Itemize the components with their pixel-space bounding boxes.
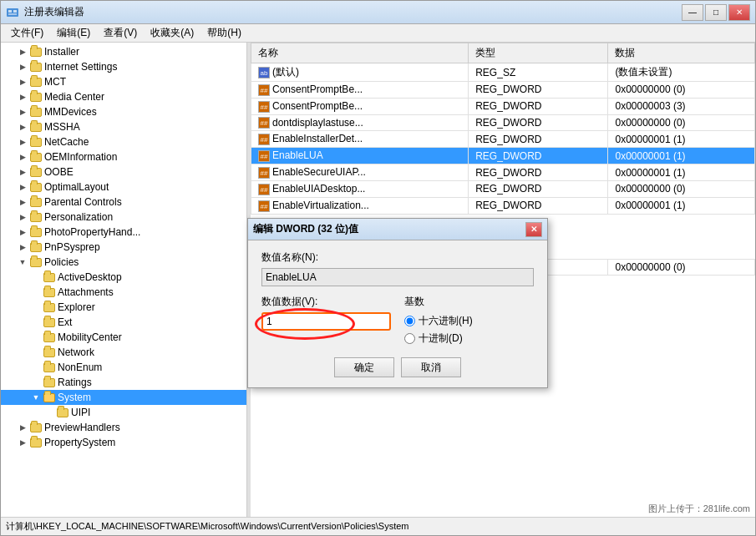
tree-item[interactable]: Attachments — [1, 285, 246, 300]
tree-arrow-icon[interactable]: ▶ — [16, 225, 29, 239]
tree-item[interactable]: ▶Media Center — [1, 89, 246, 104]
tree-arrow-icon[interactable] — [29, 331, 43, 344]
table-row[interactable]: ab(默认)REG_SZ(数值未设置) — [251, 63, 755, 82]
tree-arrow-icon[interactable]: ▶ — [16, 60, 29, 73]
tree-item-label: Parental Controls — [44, 196, 122, 208]
dialog-name-input[interactable] — [261, 268, 534, 286]
tree-item[interactable]: ▶NetCache — [1, 134, 246, 149]
tree-item[interactable]: ▶PreviewHandlers — [1, 420, 246, 435]
close-button[interactable]: ✕ — [728, 4, 750, 21]
tree-arrow-icon[interactable]: ▶ — [16, 165, 29, 179]
tree-arrow-icon[interactable]: ▶ — [16, 135, 29, 149]
tree-arrow-icon[interactable] — [29, 286, 43, 299]
cell-data: 0x00000001 (1) — [608, 197, 755, 214]
table-row[interactable]: ##EnableSecureUIAP...REG_DWORD0x00000001… — [251, 164, 755, 181]
tree-item[interactable]: Ratings — [1, 375, 246, 390]
table-row[interactable]: ##dontdisplaylastuse...REG_DWORD0x000000… — [251, 114, 755, 131]
dialog-cancel-button[interactable]: 取消 — [401, 357, 461, 377]
tree-item[interactable]: ▶OptimalLayout — [1, 180, 246, 195]
tree-panel[interactable]: ▶Installer▶Internet Settings▶MCT▶Media C… — [1, 43, 247, 517]
tree-item[interactable]: Network — [1, 345, 246, 360]
folder-icon — [43, 362, 56, 373]
tree-item[interactable]: ▶MCT — [1, 74, 246, 89]
cell-data: 0x00000000 (0) — [608, 114, 755, 131]
folder-icon — [43, 316, 56, 328]
title-buttons: — □ ✕ — [682, 4, 750, 21]
cell-type: REG_DWORD — [469, 131, 608, 148]
table-row[interactable]: ##EnableInstallerDet...REG_DWORD0x000000… — [251, 131, 755, 148]
folder-icon — [29, 61, 43, 73]
tree-arrow-icon[interactable]: ▼ — [16, 255, 29, 269]
tree-item-label: MCT — [44, 76, 66, 88]
tree-arrow-icon[interactable] — [29, 346, 43, 359]
tree-arrow-icon[interactable]: ▶ — [16, 150, 29, 164]
dialog-ok-button[interactable]: 确定 — [334, 357, 394, 377]
maximize-button[interactable]: □ — [705, 4, 727, 21]
table-row[interactable]: ##EnableLUAREG_DWORD0x00000001 (1) — [251, 148, 755, 164]
tree-arrow-icon[interactable] — [29, 271, 43, 284]
tree-arrow-icon[interactable] — [29, 316, 43, 329]
dialog-data-input[interactable] — [261, 312, 391, 331]
tree-item-label: MMDevices — [44, 106, 97, 118]
tree-item[interactable]: ▼Policies — [1, 255, 246, 270]
tree-item[interactable]: Ext — [1, 315, 246, 330]
menu-help[interactable]: 帮助(H) — [200, 24, 248, 42]
tree-item[interactable]: ▶OEMInformation — [1, 149, 246, 164]
tree-item-label: Internet Settings — [44, 61, 117, 73]
tree-arrow-icon[interactable]: ▶ — [16, 195, 29, 209]
dialog-data-section: 数值数据(V): — [261, 295, 391, 349]
tree-arrow-icon[interactable]: ▶ — [16, 421, 29, 434]
tree-arrow-icon[interactable] — [29, 361, 43, 374]
tree-arrow-icon[interactable]: ▶ — [16, 90, 29, 104]
tree-item[interactable]: ▶PnPSysprep — [1, 240, 246, 255]
radio-dec[interactable] — [404, 333, 415, 344]
tree-arrow-icon[interactable] — [43, 406, 56, 419]
tree-item[interactable]: ▶Internet Settings — [1, 59, 246, 74]
tree-arrow-icon[interactable] — [29, 301, 43, 314]
tree-arrow-icon[interactable]: ▶ — [16, 45, 29, 58]
radio-dec-label[interactable]: 十进制(D) — [404, 331, 534, 346]
tree-item[interactable]: ▶OOBE — [1, 164, 246, 180]
tree-item[interactable]: ▶MMDevices — [1, 104, 246, 119]
menu-file[interactable]: 文件(F) — [4, 24, 50, 42]
tree-item-label: System — [58, 392, 91, 403]
cell-name: ##EnableLUA — [251, 148, 469, 164]
tree-arrow-icon[interactable]: ▶ — [16, 120, 29, 134]
tree-arrow-icon[interactable]: ▼ — [29, 391, 43, 404]
tree-item[interactable]: UIPI — [1, 405, 246, 420]
tree-arrow-icon[interactable]: ▶ — [16, 210, 29, 224]
menu-favorites[interactable]: 收藏夹(A) — [144, 24, 200, 42]
tree-arrow-icon[interactable]: ▶ — [16, 240, 29, 254]
dialog-close-button[interactable]: ✕ — [525, 222, 542, 237]
minimize-button[interactable]: — — [682, 4, 703, 21]
tree-item[interactable]: MobilityCenter — [1, 330, 246, 345]
table-row[interactable]: ##EnableUIADesktop...REG_DWORD0x00000000… — [251, 180, 755, 197]
menu-edit[interactable]: 编辑(E) — [50, 24, 97, 42]
tree-item[interactable]: ▶PropertySystem — [1, 435, 246, 450]
tree-item[interactable]: ▶Personalization — [1, 210, 246, 225]
tree-item-label: ActiveDesktop — [58, 271, 122, 283]
cell-data: 0x00000000 (0) — [608, 82, 755, 99]
tree-arrow-icon[interactable]: ▶ — [16, 180, 29, 194]
tree-item[interactable]: Explorer — [1, 300, 246, 315]
tree-arrow-icon[interactable]: ▶ — [16, 436, 29, 449]
radio-hex[interactable] — [404, 316, 415, 326]
menu-view[interactable]: 查看(V) — [97, 24, 144, 42]
cell-type: REG_SZ — [469, 63, 608, 82]
tree-item[interactable]: ActiveDesktop — [1, 270, 246, 285]
dialog-data-label: 数值数据(V): — [261, 295, 391, 309]
tree-item[interactable]: ▶Parental Controls — [1, 195, 246, 210]
table-row[interactable]: ##ConsentPromptBe...REG_DWORD0x00000000 … — [251, 82, 755, 99]
tree-item[interactable]: ▶PhotoPropertyHand... — [1, 225, 246, 240]
tree-arrow-icon[interactable]: ▶ — [16, 105, 29, 119]
table-row[interactable]: ##ConsentPromptBe...REG_DWORD0x00000003 … — [251, 98, 755, 114]
tree-item[interactable]: ▶Installer — [1, 44, 246, 59]
tree-arrow-icon[interactable] — [29, 376, 43, 389]
tree-item[interactable]: ▶MSSHA — [1, 119, 246, 134]
tree-item[interactable]: ▼System — [1, 390, 246, 405]
tree-arrow-icon[interactable]: ▶ — [16, 75, 29, 88]
tree-item-label: Ext — [58, 316, 72, 328]
table-row[interactable]: ##EnableVirtualization...REG_DWORD0x0000… — [251, 197, 755, 214]
radio-hex-label[interactable]: 十六进制(H) — [404, 314, 534, 328]
tree-item[interactable]: NonEnum — [1, 360, 246, 375]
